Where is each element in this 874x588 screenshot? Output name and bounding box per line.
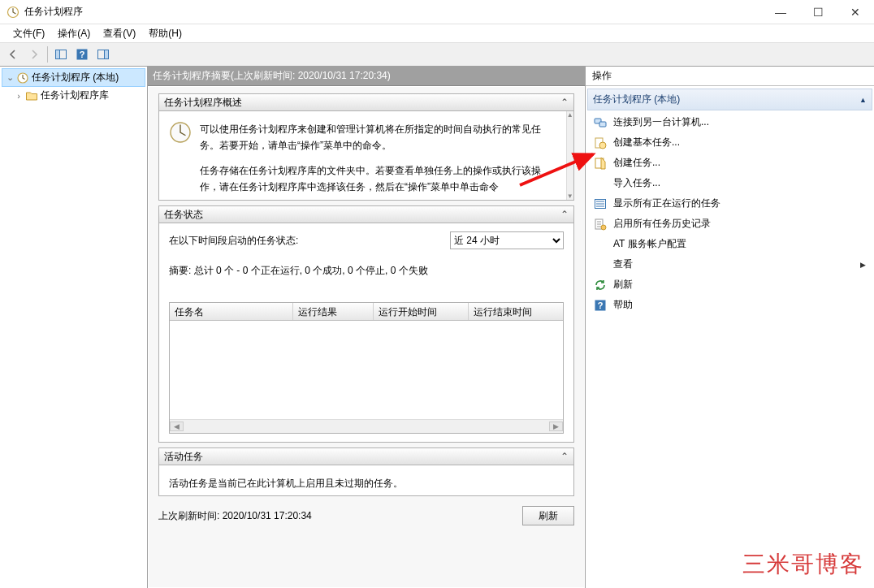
svg-rect-6 [105,50,109,59]
tree-library[interactable]: › 任务计划程序库 [11,87,145,104]
active-desc: 活动任务是当前已在此计算机上启用且未过期的任务。 [169,477,564,491]
actions-pane-title: 操作 [586,67,874,86]
svg-text:?: ? [598,300,604,310]
horizontal-scrollbar[interactable]: ◀ ▶ [170,419,563,433]
tree-pane: ⌄ 任务计划程序 (本地) › 任务计划程序库 [0,67,148,588]
overview-header[interactable]: 任务计划程序概述 ⌃ [158,93,574,111]
minimize-button[interactable]: — [762,0,799,24]
watermark: 三米哥博客 [742,549,864,580]
clock-icon [169,121,192,146]
blank-icon [594,177,607,190]
action-create-basic-label: 创建基本任务... [613,136,680,149]
status-title: 任务状态 [164,208,203,222]
task-list-body [170,321,563,419]
scheduler-icon [16,71,29,84]
actions-list: 任务计划程序 (本地) ▲ 连接到另一台计算机... 创建基本任务... 创建任… [586,86,874,588]
task-list-header: 任务名 运行结果 运行开始时间 运行结束时间 [170,303,563,321]
action-import-label: 导入任务... [613,176,660,190]
svg-text:?: ? [80,50,85,59]
action-create-task-label: 创建任务... [613,156,660,170]
overview-title: 任务计划程序概述 [164,96,242,110]
status-period-label: 在以下时间段启动的任务状态: [169,234,298,248]
show-hide-tree-button[interactable] [51,45,71,64]
actions-group-title: 任务计划程序 (本地) [593,93,680,106]
refresh-row: 上次刷新时间: 2020/10/31 17:20:34 刷新 [158,506,574,525]
status-header[interactable]: 任务状态 ⌃ [158,205,574,223]
status-body: 在以下时间段启动的任务状态: 近 24 小时 摘要: 总计 0 个 - 0 个正… [158,223,574,443]
center-pane: 任务计划程序摘要(上次刷新时间: 2020/10/31 17:20:34) 任务… [148,67,585,588]
active-title: 活动任务 [164,450,203,464]
menu-file[interactable]: 文件(F) [6,25,51,42]
action-create-task[interactable]: 创建任务... [587,153,872,173]
main-area: ⌄ 任务计划程序 (本地) › 任务计划程序库 任务计划程序摘要(上次刷新时间:… [0,67,874,588]
running-icon [594,197,607,210]
col-run-result[interactable]: 运行结果 [293,303,374,320]
menu-view[interactable]: 查看(V) [97,25,142,42]
status-period-row: 在以下时间段启动的任务状态: 近 24 小时 [169,231,564,249]
active-header[interactable]: 活动任务 ⌃ [158,447,574,465]
action-at-config[interactable]: AT 服务帐户配置 [587,234,872,254]
action-at-config-label: AT 服务帐户配置 [613,237,686,251]
tree-root[interactable]: ⌄ 任务计划程序 (本地) [2,68,145,87]
close-button[interactable]: ✕ [837,0,874,24]
action-refresh-label: 刷新 [613,278,633,292]
help-icon: ? [594,299,607,312]
actions-group-header[interactable]: 任务计划程序 (本地) ▲ [587,89,872,110]
expand-caret-icon[interactable]: › [15,91,23,101]
show-hide-action-button[interactable] [93,45,113,64]
blank-icon [594,238,607,251]
overview-p1: 可以使用任务计划程序来创建和管理计算机将在所指定的时间自动执行的常见任务。若要开… [200,121,558,154]
action-view-label: 查看 [613,257,633,271]
col-run-end[interactable]: 运行结束时间 [469,303,563,320]
actions-pane: 操作 任务计划程序 (本地) ▲ 连接到另一台计算机... 创建基本任务... … [585,67,874,588]
refresh-button[interactable]: 刷新 [522,506,574,525]
last-refresh-label: 上次刷新时间: 2020/10/31 17:20:34 [158,509,312,523]
toolbar-separator [47,46,48,63]
action-create-basic[interactable]: 创建基本任务... [587,132,872,153]
action-enable-history[interactable]: 启用所有任务历史记录 [587,214,872,234]
overview-text: 可以使用任务计划程序来创建和管理计算机将在所指定的时间自动执行的常见任务。若要开… [200,121,558,196]
overview-p2: 任务存储在任务计划程序库的文件夹中。若要查看单独任务上的操作或执行该操作，请在任… [200,162,558,196]
svg-point-16 [601,225,606,230]
task-list: 任务名 运行结果 运行开始时间 运行结束时间 ◀ ▶ [169,302,564,434]
nav-forward-button[interactable] [24,45,44,64]
action-refresh[interactable]: 刷新 [587,275,872,295]
collapse-icon: ▲ [859,96,867,104]
action-show-running-label: 显示所有正在运行的任务 [613,197,720,210]
help-button[interactable]: ? [72,45,92,64]
center-header: 任务计划程序摘要(上次刷新时间: 2020/10/31 17:20:34) [148,67,585,86]
create-task-icon [594,157,607,170]
action-connect[interactable]: 连接到另一台计算机... [587,112,872,132]
menu-action[interactable]: 操作(A) [51,25,97,42]
create-basic-icon [594,136,607,149]
action-view[interactable]: 查看 ▶ [587,254,872,275]
action-help-label: 帮助 [613,298,633,312]
col-run-start[interactable]: 运行开始时间 [374,303,469,320]
action-help[interactable]: ? 帮助 [587,295,872,315]
expand-caret-icon[interactable]: ⌄ [6,72,14,83]
tree-root-label: 任务计划程序 (本地) [32,71,119,84]
blank-icon [594,258,607,271]
action-show-running[interactable]: 显示所有正在运行的任务 [587,193,872,214]
status-period-select[interactable]: 近 24 小时 [450,231,564,249]
overview-scrollbar[interactable] [566,111,573,200]
connect-icon [594,116,607,129]
action-import[interactable]: 导入任务... [587,173,872,193]
submenu-icon: ▶ [860,261,866,269]
tool-bar: ? [0,42,874,67]
scroll-right-icon[interactable]: ▶ [549,422,563,431]
action-enable-history-label: 启用所有任务历史记录 [613,217,711,231]
col-task-name[interactable]: 任务名 [170,303,293,320]
history-icon [594,218,607,231]
menu-bar: 文件(F) 操作(A) 查看(V) 帮助(H) [0,24,874,42]
nav-back-button[interactable] [3,45,23,64]
collapse-icon: ⌃ [560,97,569,108]
scroll-left-icon[interactable]: ◀ [170,422,184,431]
svg-point-12 [599,142,606,149]
title-bar: 任务计划程序 — ☐ ✕ [0,0,874,24]
svg-rect-2 [56,50,60,59]
maximize-button[interactable]: ☐ [799,0,837,24]
menu-help[interactable]: 帮助(H) [142,25,188,42]
collapse-icon: ⌃ [560,209,569,220]
library-icon [25,89,38,102]
